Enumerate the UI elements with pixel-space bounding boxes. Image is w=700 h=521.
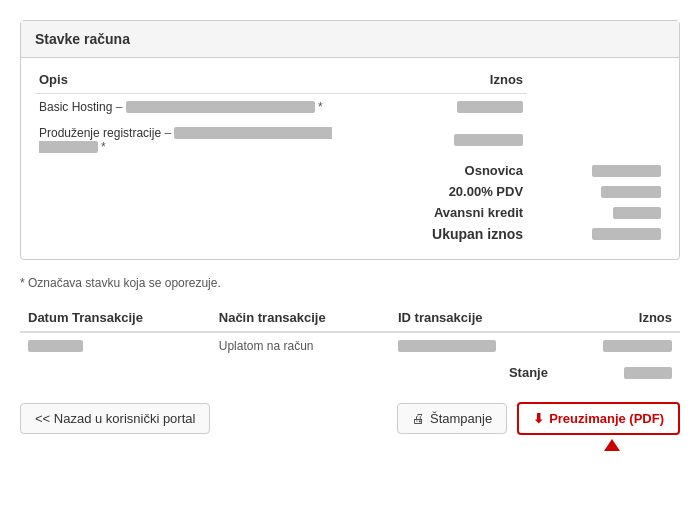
print-button[interactable]: 🖨 Štampanje [397, 403, 507, 434]
footer-buttons: << Nazad u korisnički portal 🖨 Štampanje… [20, 402, 680, 435]
invoice-section: Stavke računa Opis Iznos Basic Hosting –… [20, 20, 680, 260]
transaction-nacin: Uplatom na račun [211, 332, 390, 359]
col-iznos: Iznos [556, 304, 680, 332]
pdv-value: 350,00 RSD [527, 181, 665, 202]
osnovica-value: 1.750,00 RSD [527, 160, 665, 181]
ukupan-value: 2.100,00 RSD [527, 223, 665, 245]
summary-avansni: Avansni kredit 0,00 RSD [35, 202, 665, 223]
asterisk-note: * Označava stavku koja se oporezuje. [20, 276, 680, 290]
stanje-value: 0,00 RSD [556, 359, 680, 386]
pdv-label: 20.00% PDV [350, 181, 527, 202]
line-item-2-prefix: Produženje registracije [39, 126, 161, 140]
invoice-title: Stavke računa [35, 31, 130, 47]
back-button[interactable]: << Nazad u korisnički portal [20, 403, 210, 434]
line-item-1: Basic Hosting – sakemas.rs (14.11.2018 –… [35, 94, 665, 121]
print-label: Štampanje [430, 411, 492, 426]
arrow-container [20, 439, 680, 454]
col-datum: Datum Transakcije [20, 304, 211, 332]
col-id: ID transakcije [390, 304, 556, 332]
line-item-1-desc: Basic Hosting – sakemas.rs (14.11.2018 –… [35, 94, 350, 121]
line-item-1-suffix: – sakemas.rs (14.11.2018 – 13.11.2019) * [116, 100, 323, 114]
balance-row: Stanje 0,00 RSD [20, 359, 680, 386]
line-item-2-desc: Produženje registracije – sakemas.rs 1 g… [35, 120, 350, 160]
transaction-id: 9860119650012315 [390, 332, 556, 359]
download-label: Preuzimanje (PDF) [549, 411, 664, 426]
download-pdf-button[interactable]: ⬇ Preuzimanje (PDF) [517, 402, 680, 435]
col-header-iznos: Iznos [350, 66, 527, 94]
arrow-up-icon [604, 439, 620, 451]
avansni-label: Avansni kredit [350, 202, 527, 223]
transaction-row-1: 11.11.2018 Uplatom na račun 986011965001… [20, 332, 680, 359]
summary-osnovica: Osnovica 1.750,00 RSD [35, 160, 665, 181]
line-item-2: Produženje registracije – sakemas.rs 1 g… [35, 120, 665, 160]
line-item-2-amount: 1.750,00 RSD [350, 120, 527, 160]
col-nacin: Način transakcije [211, 304, 390, 332]
transaction-datum: 11.11.2018 [20, 332, 211, 359]
osnovica-label: Osnovica [350, 160, 527, 181]
download-icon: ⬇ [533, 411, 544, 426]
print-icon: 🖨 [412, 411, 425, 426]
invoice-section-header: Stavke računa [21, 21, 679, 58]
line-item-1-prefix: Basic Hosting [39, 100, 112, 114]
summary-ukupan: Ukupan iznos 2.100,00 RSD [35, 223, 665, 245]
right-buttons: 🖨 Štampanje ⬇ Preuzimanje (PDF) [397, 402, 680, 435]
transactions-table: Datum Transakcije Način transakcije ID t… [20, 304, 680, 386]
summary-pdv: 20.00% PDV 350,00 RSD [35, 181, 665, 202]
stanje-label: Stanje [390, 359, 556, 386]
transaction-iznos: 2.100,00 RSD [556, 332, 680, 359]
line-item-1-amount: 2100,00 RSD [350, 94, 527, 121]
col-header-opis: Opis [35, 66, 350, 94]
avansni-value: 0,00 RSD [527, 202, 665, 223]
ukupan-label: Ukupan iznos [350, 223, 527, 245]
